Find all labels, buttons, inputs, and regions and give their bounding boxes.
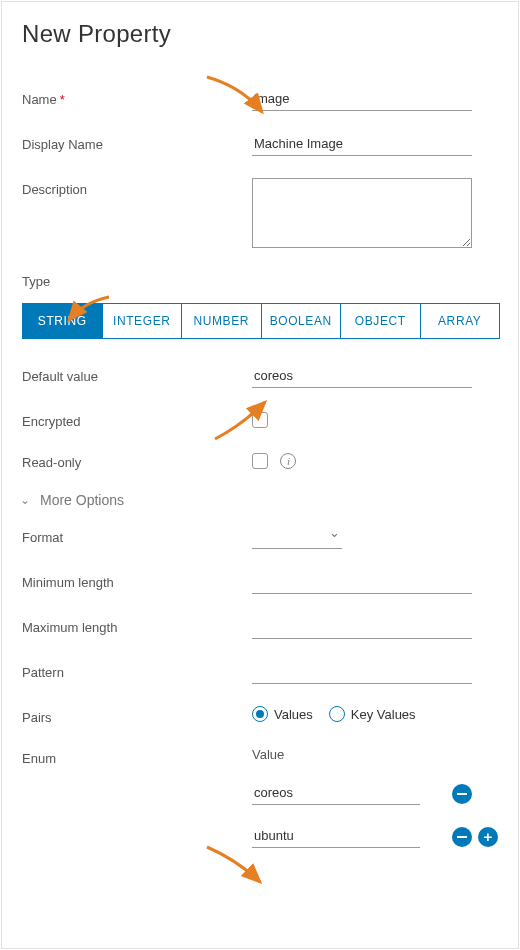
max-length-label: Maximum length xyxy=(22,616,252,635)
pattern-label: Pattern xyxy=(22,661,252,680)
new-property-panel: New Property Name* Display Name Descript… xyxy=(1,1,519,949)
info-icon[interactable]: i xyxy=(280,453,296,469)
enum-row: + xyxy=(252,825,498,848)
enum-value-header: Value xyxy=(252,747,498,762)
radio-icon xyxy=(252,706,268,722)
type-tabs: STRING INTEGER NUMBER BOOLEAN OBJECT ARR… xyxy=(22,303,500,339)
name-input[interactable] xyxy=(252,88,472,111)
enum-row xyxy=(252,782,498,805)
encrypted-label: Encrypted xyxy=(22,410,252,429)
format-select[interactable] xyxy=(252,526,342,549)
type-tab-integer[interactable]: INTEGER xyxy=(103,304,183,338)
description-textarea[interactable] xyxy=(252,178,472,248)
annotation-arrow-icon xyxy=(202,842,272,896)
encrypted-checkbox[interactable] xyxy=(252,412,268,428)
pattern-input[interactable] xyxy=(252,661,472,684)
type-tab-array[interactable]: ARRAY xyxy=(421,304,500,338)
description-label: Description xyxy=(22,178,252,197)
name-label: Name* xyxy=(22,88,252,107)
min-length-input[interactable] xyxy=(252,571,472,594)
page-title: New Property xyxy=(22,20,498,48)
display-name-input[interactable] xyxy=(252,133,472,156)
enum-value-input[interactable] xyxy=(252,782,420,805)
format-label: Format xyxy=(22,526,252,545)
type-tab-number[interactable]: NUMBER xyxy=(182,304,262,338)
radio-icon xyxy=(329,706,345,722)
remove-enum-button[interactable] xyxy=(452,784,472,804)
remove-enum-button[interactable] xyxy=(452,827,472,847)
pairs-label: Pairs xyxy=(22,706,252,725)
type-label: Type xyxy=(22,274,498,289)
read-only-label: Read-only xyxy=(22,451,252,470)
enum-value-input[interactable] xyxy=(252,825,420,848)
type-tab-object[interactable]: OBJECT xyxy=(341,304,421,338)
pairs-radio-keyvalues[interactable]: Key Values xyxy=(329,706,416,722)
type-tab-string[interactable]: STRING xyxy=(23,304,103,338)
default-value-input[interactable] xyxy=(252,365,472,388)
display-name-label: Display Name xyxy=(22,133,252,152)
default-value-label: Default value xyxy=(22,365,252,384)
add-enum-button[interactable]: + xyxy=(478,827,498,847)
chevron-down-icon: ⌄ xyxy=(20,493,30,507)
type-tab-boolean[interactable]: BOOLEAN xyxy=(262,304,342,338)
enum-label: Enum xyxy=(22,747,252,766)
read-only-checkbox[interactable] xyxy=(252,453,268,469)
pairs-radio-values[interactable]: Values xyxy=(252,706,313,722)
required-indicator: * xyxy=(60,92,65,107)
max-length-input[interactable] xyxy=(252,616,472,639)
more-options-toggle[interactable]: ⌄ More Options xyxy=(20,492,498,508)
min-length-label: Minimum length xyxy=(22,571,252,590)
